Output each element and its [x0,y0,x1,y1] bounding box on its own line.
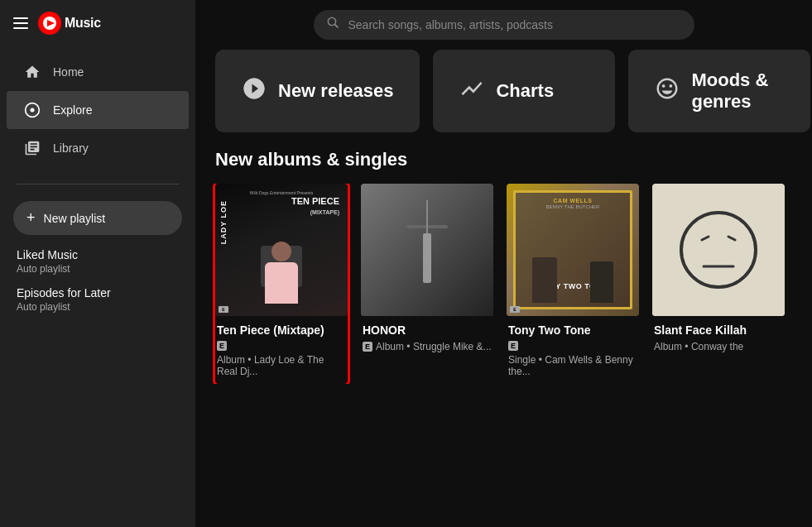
svg-rect-6 [652,184,785,316]
explicit-badge-tony: E [508,341,518,351]
library-label: Library [53,141,89,155]
playlist-item-liked[interactable]: Liked Music Auto playlist [17,248,179,275]
sidebar-item-explore[interactable]: Explore [7,91,189,129]
sidebar-item-library[interactable]: Library [7,129,189,167]
album-type-ten-piece: Album • Lady Loe & The Real Dj... [217,354,346,377]
charts-icon [459,76,484,107]
slant-face-svg [652,184,785,316]
new-albums-title: New albums & singles [195,149,812,184]
search-icon [327,17,340,33]
app-title: Music [65,16,101,31]
library-icon [23,139,41,157]
album-card-slant[interactable]: Slant Face Killah Album • Conway the [652,184,785,384]
new-releases-icon [242,76,267,107]
album-meta-slant: Album • Conway the [654,341,783,352]
episodes-sub: Auto playlist [17,301,179,313]
category-card-new-releases[interactable]: New releases [215,50,420,132]
album-info-tony: Tony Two Tone E Single • Cam Wells & Ben… [507,316,639,384]
new-playlist-label: New playlist [44,212,106,225]
new-albums-section: New albums & singles [195,149,812,384]
sidebar-nav: Home Explore Library [0,46,195,174]
main-content: New releases Charts Moods &genres New al… [195,0,812,527]
album-thumb-tony: CAM WELLS BENNY THE BUTCHER TONY TWO TON… [507,184,639,316]
explore-label: Explore [53,103,92,117]
search-bar-container [195,0,812,50]
category-card-charts[interactable]: Charts [433,50,615,132]
liked-music-sub: Auto playlist [17,263,179,275]
album-info-slant: Slant Face Killah Album • Conway the [652,316,785,359]
moods-icon [655,76,680,107]
album-thumb-honor [361,184,493,316]
category-cards: New releases Charts Moods &genres [195,50,812,149]
album-type-tony: Single • Cam Wells & Benny the... [508,354,637,377]
album-meta-tony: E Single • Cam Wells & Benny the... [508,341,637,377]
charts-label: Charts [496,80,554,102]
sidebar-divider [17,184,179,184]
new-releases-label: New releases [278,80,393,102]
album-meta-honor: E Album • Struggle Mike &... [363,341,492,352]
album-type-slant: Album • Conway the [654,341,743,352]
category-card-moods[interactable]: Moods &genres [628,50,810,132]
search-input[interactable] [348,18,681,31]
sidebar-header: Music [0,0,195,46]
playlist-list: Liked Music Auto playlist Episodes for L… [0,242,195,319]
explicit-badge: E [217,341,227,351]
album-info-ten-piece: Ten Piece (Mixtape) E Album • Lady Loe &… [215,316,348,384]
album-card-ten-piece[interactable]: Wild Dogs Entertainment Presents LADY LO… [215,184,348,384]
home-icon [23,63,41,81]
explore-icon [23,101,41,119]
home-label: Home [53,65,84,79]
album-thumb-ten-piece: Wild Dogs Entertainment Presents LADY LO… [215,184,348,316]
slant-art [652,184,785,316]
hamburger-menu[interactable] [13,17,28,29]
new-playlist-button[interactable]: + New playlist [13,201,182,235]
tony-art: CAM WELLS BENNY THE BUTCHER TONY TWO TON… [507,184,639,316]
album-name-slant: Slant Face Killah [654,323,783,338]
youtube-music-logo [38,12,61,35]
album-thumb-slant [652,184,785,316]
svg-point-5 [31,108,35,113]
album-name-honor: HONOR [363,323,492,338]
sidebar: Music Home Explore Library + New playlis… [0,0,195,527]
moods-genres-label: Moods &genres [691,69,768,113]
episodes-title: Episodes for Later [17,286,179,299]
playlist-item-episodes[interactable]: Episodes for Later Auto playlist [17,286,179,313]
album-type-honor: Album • Struggle Mike &... [376,341,492,352]
album-card-honor[interactable]: HONOR E Album • Struggle Mike &... [361,184,493,384]
plus-icon: + [26,209,36,227]
honor-art [361,184,493,316]
search-bar [314,10,694,40]
ten-piece-art: Wild Dogs Entertainment Presents LADY LO… [215,184,348,316]
explicit-badge-honor: E [363,342,372,352]
album-name-ten-piece: Ten Piece (Mixtape) [217,323,346,338]
album-info-honor: HONOR E Album • Struggle Mike &... [361,316,493,359]
liked-music-title: Liked Music [17,248,179,261]
album-meta-ten-piece: E Album • Lady Loe & The Real Dj... [217,341,346,377]
albums-grid: Wild Dogs Entertainment Presents LADY LO… [195,184,812,384]
sidebar-item-home[interactable]: Home [7,53,189,91]
logo-area: Music [38,12,101,35]
album-name-tony: Tony Two Tone [508,323,637,338]
album-card-tony[interactable]: CAM WELLS BENNY THE BUTCHER TONY TWO TON… [507,184,639,384]
